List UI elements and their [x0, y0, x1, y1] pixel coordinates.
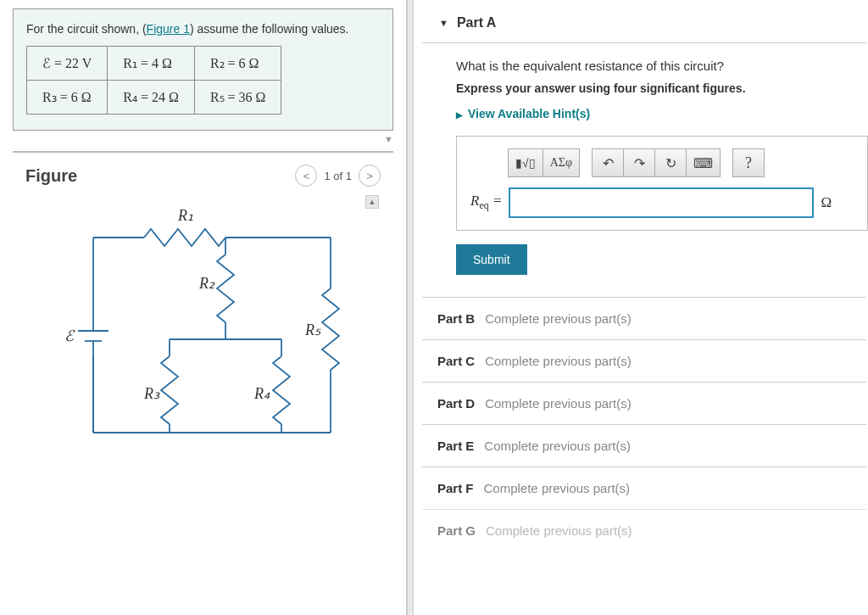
problem-statement: For the circuit shown, (Figure 1) assume…	[13, 8, 393, 131]
label-r2: R₂	[198, 275, 215, 292]
reset-button[interactable]: ↻	[654, 148, 687, 177]
keyboard-button[interactable]: ⌨	[686, 148, 721, 177]
values-table: ℰ = 22 V R₁ = 4 Ω R₂ = 6 Ω R₃ = 6 Ω R₄ =…	[26, 46, 281, 115]
locked-msg: Complete previous part(s)	[485, 311, 632, 326]
intro-before: For the circuit shown, (	[26, 22, 147, 36]
templates-button[interactable]: ▮√▯	[508, 148, 543, 177]
locked-msg: Complete previous part(s)	[485, 354, 632, 368]
equation-toolbar: ▮√▯ ΑΣφ ↶ ↷ ↻ ⌨ ?	[508, 148, 867, 177]
figure-body: ▲	[25, 195, 381, 475]
locked-part-f: Part F Complete previous part(s)	[422, 467, 866, 509]
part-label: Part G	[437, 523, 476, 538]
redo-button[interactable]: ↷	[623, 148, 655, 177]
part-label: Part B	[437, 311, 475, 326]
locked-msg: Complete previous part(s)	[484, 481, 631, 495]
view-hints-link[interactable]: View Available Hint(s)	[456, 107, 868, 120]
answer-box: ▮√▯ ΑΣφ ↶ ↷ ↻ ⌨ ? Req = Ω	[456, 136, 868, 231]
locked-part-g: Part G Complete previous part(s)	[422, 509, 866, 551]
pane-divider[interactable]	[407, 0, 414, 615]
locked-part-e: Part E Complete previous part(s)	[422, 424, 866, 467]
label-r3: R₃	[143, 385, 160, 402]
left-pane: For the circuit shown, (Figure 1) assume…	[0, 0, 407, 615]
toolbar-spacer	[579, 148, 593, 177]
locked-part-c: Part C Complete previous part(s)	[422, 339, 866, 382]
part-a-body: What is the equivalent resistance of thi…	[422, 43, 868, 275]
undo-button[interactable]: ↶	[592, 148, 624, 177]
intro-after: ) assume the following values.	[190, 22, 349, 36]
problem-intro: For the circuit shown, (Figure 1) assume…	[26, 22, 380, 36]
greek-button[interactable]: ΑΣφ	[542, 148, 580, 177]
instruction-text: Express your answer using four significa…	[456, 81, 868, 95]
figure-link[interactable]: Figure 1	[147, 22, 190, 36]
locked-msg: Complete previous part(s)	[484, 439, 631, 453]
part-label: Part D	[437, 396, 475, 411]
prev-figure-button[interactable]: <	[295, 165, 317, 187]
locked-part-b: Part B Complete previous part(s)	[422, 297, 866, 339]
label-emf: ℰ	[64, 327, 75, 344]
toolbar-spacer	[720, 148, 733, 177]
next-figure-button[interactable]: >	[359, 165, 381, 187]
chevron-down-icon: ▼	[439, 18, 448, 28]
part-a-title: Part A	[457, 15, 497, 31]
value-cell: R₃ = 6 Ω	[27, 81, 108, 115]
part-label: Part E	[437, 439, 474, 453]
pager-text: 1 of 1	[324, 170, 352, 182]
label-r5: R₅	[304, 321, 321, 338]
value-cell: ℰ = 22 V	[27, 47, 108, 81]
figure-section: Figure < 1 of 1 > ▲	[13, 151, 393, 475]
circuit-diagram: R₁ R₂ R₃ R₄ R₅ ℰ	[42, 195, 364, 458]
answer-input[interactable]	[509, 187, 814, 218]
value-cell: R₁ = 4 Ω	[108, 47, 195, 81]
figure-title: Figure	[25, 166, 77, 186]
unit-label: Ω	[821, 194, 832, 211]
value-cell: R₄ = 24 Ω	[108, 81, 195, 115]
locked-msg: Complete previous part(s)	[485, 396, 632, 411]
submit-button[interactable]: Submit	[456, 244, 527, 275]
help-button[interactable]: ?	[732, 148, 765, 177]
figure-pager: < 1 of 1 >	[295, 165, 381, 187]
eq-label: Req =	[470, 193, 502, 212]
part-label: Part C	[437, 354, 475, 368]
collapse-toggle[interactable]: ▼	[0, 131, 406, 151]
part-label: Part F	[437, 481, 474, 495]
locked-msg: Complete previous part(s)	[486, 523, 632, 538]
right-pane: ▼ Part A What is the equivalent resistan…	[414, 0, 868, 615]
scroll-up-icon[interactable]: ▲	[365, 195, 379, 209]
value-cell: R₅ = 36 Ω	[194, 81, 281, 115]
locked-part-d: Part D Complete previous part(s)	[422, 382, 866, 424]
label-r1: R₁	[177, 207, 193, 224]
value-cell: R₂ = 6 Ω	[194, 47, 281, 81]
answer-input-row: Req = Ω	[470, 187, 867, 218]
question-text: What is the equivalent resistance of thi…	[456, 59, 868, 73]
part-a-header[interactable]: ▼ Part A	[422, 0, 866, 43]
label-r4: R₄	[253, 385, 270, 402]
